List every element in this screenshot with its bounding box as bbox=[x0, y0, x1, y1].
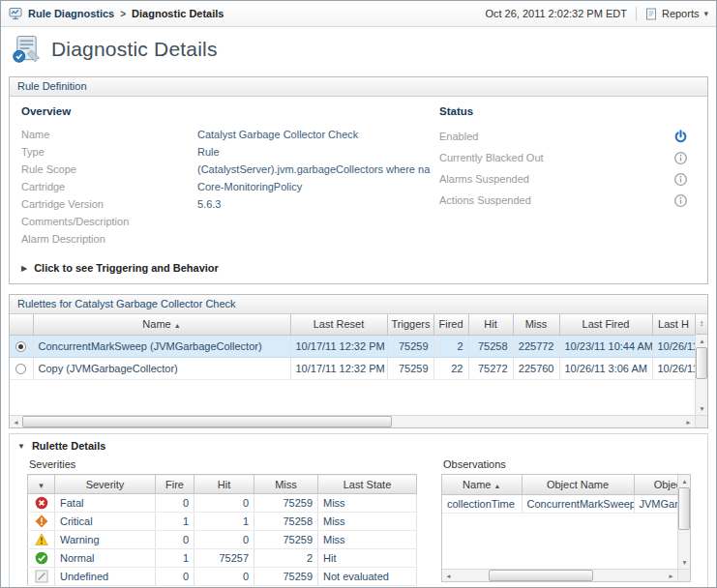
vertical-scrollbar-thumb[interactable] bbox=[696, 347, 707, 379]
scroll-right-button[interactable]: ► bbox=[682, 416, 695, 427]
status-row: Actions Suspended bbox=[439, 190, 690, 211]
cell-name: Copy (JVMGarbageCollector) bbox=[33, 357, 290, 379]
field-label-rule-scope: Rule Scope bbox=[21, 163, 197, 175]
reports-label: Reports bbox=[662, 8, 700, 19]
column-header-name[interactable]: Name▲ bbox=[33, 314, 290, 335]
horizontal-scrollbar-track[interactable] bbox=[22, 416, 682, 427]
column-header-hit[interactable]: Hit bbox=[468, 314, 513, 335]
cell-triggers: 75259 bbox=[387, 357, 433, 379]
severity-row-normal[interactable]: Normal 1 75257 2 Hit bbox=[28, 549, 417, 568]
rulette-row-copy[interactable]: Copy (JVMGarbageCollector) 10/17/11 12:3… bbox=[10, 357, 695, 379]
status-label-actions-suspended: Actions Suspended bbox=[439, 194, 673, 206]
radio-button[interactable] bbox=[15, 341, 26, 352]
vertical-scrollbar-track[interactable] bbox=[696, 347, 707, 402]
rulettes-body: Name▲ Last Reset Triggers Fired Hit Miss… bbox=[10, 314, 707, 427]
chevron-down-icon: ▾ bbox=[703, 9, 708, 18]
status-heading: Status bbox=[439, 105, 690, 117]
expander-label: Click to see Triggering and Behavior bbox=[34, 262, 219, 274]
scroll-down-button[interactable]: ▼ bbox=[696, 402, 707, 415]
column-header-radio bbox=[10, 314, 33, 335]
horizontal-scrollbar-thumb[interactable] bbox=[489, 570, 594, 581]
column-header-last-hit[interactable]: Last H bbox=[652, 314, 695, 335]
vertical-scrollbar[interactable]: ▲ ▼ bbox=[695, 335, 707, 415]
field-row: Cartridge Core-MonitoringPolicy bbox=[21, 178, 439, 195]
column-header-fired[interactable]: Fired bbox=[433, 314, 468, 335]
severity-row-critical[interactable]: Critical 1 1 75258 Miss bbox=[28, 513, 417, 531]
observations-vertical-scrollbar[interactable]: ▲ ▼ bbox=[677, 475, 690, 569]
cell-hit: 75258 bbox=[468, 335, 513, 357]
topbar-divider bbox=[636, 7, 637, 21]
triggering-behavior-expander[interactable]: ▶ Click to see Triggering and Behavior bbox=[21, 262, 439, 274]
column-header-name[interactable]: Name▲ bbox=[442, 475, 522, 494]
scroll-left-button[interactable]: ◄ bbox=[10, 416, 22, 427]
column-header-miss[interactable]: Miss bbox=[254, 475, 318, 494]
cell-hit: 0 bbox=[194, 531, 254, 549]
vertical-scrollbar-track[interactable] bbox=[678, 487, 690, 556]
scroll-up-button[interactable]: ▲ bbox=[678, 475, 691, 487]
horizontal-scrollbar-track[interactable] bbox=[455, 570, 665, 581]
field-label-cartridge: Cartridge bbox=[21, 181, 197, 192]
severity-row-fatal[interactable]: Fatal 0 0 75259 Miss bbox=[28, 494, 417, 513]
horizontal-scrollbar[interactable]: ◄ ► bbox=[10, 415, 695, 427]
cell-severity-icon bbox=[28, 494, 55, 513]
breadcrumb-rule-diagnostics[interactable]: Rule Diagnostics bbox=[28, 8, 114, 19]
observation-row-collectiontime[interactable]: collectionTime ConcurrentMarkSweep JVMGa… bbox=[442, 494, 691, 513]
severity-row-undefined[interactable]: Undefined 0 0 75259 Not evaluated bbox=[28, 568, 417, 586]
column-header-fire[interactable]: Fire bbox=[156, 475, 194, 494]
cell-hit: 75257 bbox=[194, 549, 254, 568]
info-icon[interactable] bbox=[673, 172, 690, 187]
column-header-miss[interactable]: Miss bbox=[513, 314, 559, 335]
observations-horizontal-scrollbar[interactable]: ◄ ► bbox=[442, 569, 677, 581]
column-header-last-reset[interactable]: Last Reset bbox=[290, 314, 387, 335]
rulettes-table: Name▲ Last Reset Triggers Fired Hit Miss… bbox=[10, 314, 696, 380]
column-header-hit[interactable]: Hit bbox=[194, 475, 254, 494]
diagnostic-details-icon bbox=[11, 34, 43, 64]
scroll-left-button[interactable]: ◄ bbox=[442, 570, 455, 582]
cell-fire: 0 bbox=[156, 568, 194, 586]
info-icon[interactable] bbox=[673, 151, 690, 165]
breadcrumb-current: Diagnostic Details bbox=[132, 8, 224, 19]
scroll-down-button[interactable]: ▼ bbox=[678, 556, 691, 569]
cell-last-hit: 10/26/11 2 bbox=[652, 357, 695, 379]
radio-button[interactable] bbox=[15, 364, 26, 374]
column-header-object-name[interactable]: Object Name bbox=[522, 475, 634, 494]
field-row: Alarm Description bbox=[21, 230, 439, 248]
severity-row-warning[interactable]: Warning 0 0 75259 Miss bbox=[28, 531, 417, 549]
column-header-severity-filter[interactable]: ▾ bbox=[28, 475, 55, 494]
column-header-severity[interactable]: Severity bbox=[55, 475, 156, 494]
cell-last-state: Hit bbox=[318, 549, 417, 568]
rulette-row-concurrentmarksweep[interactable]: ConcurrentMarkSweep (JVMGarbageCollector… bbox=[10, 335, 695, 357]
field-label-type: Type bbox=[21, 146, 197, 158]
column-header-last-state[interactable]: Last State bbox=[318, 475, 417, 494]
field-value-cartridge-version: 5.6.3 bbox=[197, 198, 221, 210]
reports-menu[interactable]: Reports ▾ bbox=[645, 8, 708, 20]
vertical-scrollbar-thumb[interactable] bbox=[678, 487, 690, 530]
timestamp: Oct 26, 2011 2:02:32 PM EDT bbox=[485, 8, 627, 19]
cell-miss: 225760 bbox=[513, 357, 559, 379]
observations-table: Name▲ Object Name Objec collectionTime C… bbox=[442, 475, 691, 514]
scroll-up-button[interactable]: ▲ bbox=[696, 335, 707, 347]
rulette-details-expander[interactable]: ▼ Rulette Details bbox=[10, 434, 707, 456]
title-row: Diagnostic Details bbox=[1, 27, 716, 72]
cell-name: collectionTime bbox=[442, 494, 522, 513]
status-label-enabled: Enabled bbox=[439, 131, 673, 142]
cell-last-hit: 10/26/11 2 bbox=[652, 335, 695, 357]
column-header-triggers[interactable]: Triggers bbox=[387, 314, 433, 335]
field-row: Type Rule bbox=[21, 143, 439, 161]
details-columns: Severities ▾ Severity Fire Hit Miss Last… bbox=[10, 456, 707, 586]
field-value-cartridge: Core-MonitoringPolicy bbox=[197, 181, 302, 192]
cell-last-state: Miss bbox=[318, 494, 417, 513]
horizontal-scrollbar-thumb[interactable] bbox=[22, 416, 392, 427]
column-sizer-icon[interactable]: ↕ bbox=[695, 314, 707, 335]
cell-radio bbox=[10, 335, 33, 357]
severities-header-row: ▾ Severity Fire Hit Miss Last State bbox=[28, 475, 417, 494]
info-icon[interactable] bbox=[673, 193, 690, 208]
breadcrumb: Rule Diagnostics > Diagnostic Details bbox=[9, 7, 224, 20]
column-header-last-fired[interactable]: Last Fired bbox=[559, 314, 652, 335]
scroll-right-button[interactable]: ► bbox=[665, 570, 677, 582]
cell-severity: Warning bbox=[55, 531, 156, 549]
observations-header-row: Name▲ Object Name Objec bbox=[442, 475, 691, 494]
cell-fire: 0 bbox=[156, 494, 194, 513]
power-icon[interactable] bbox=[673, 130, 690, 144]
rulette-details-section: ▼ Rulette Details Severities ▾ Severity … bbox=[9, 433, 708, 588]
